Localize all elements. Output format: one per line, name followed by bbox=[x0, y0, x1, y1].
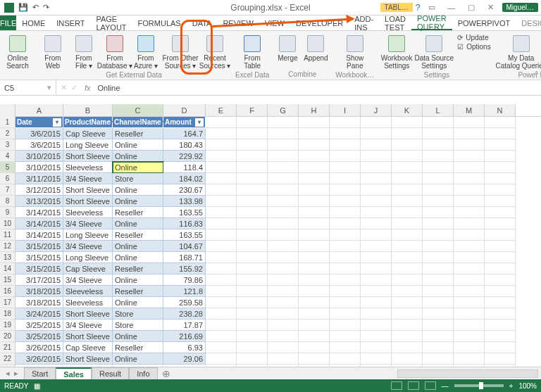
options-button[interactable]: ☑Options bbox=[457, 43, 490, 51]
empty-cell[interactable] bbox=[361, 173, 392, 184]
tab-insert[interactable]: INSERT bbox=[51, 15, 90, 30]
empty-cell[interactable] bbox=[299, 274, 330, 286]
table-cell[interactable]: Long Sleeve bbox=[63, 252, 113, 263]
column-header[interactable]: C bbox=[113, 104, 163, 116]
minimize-icon[interactable]: — bbox=[443, 4, 460, 12]
tab-powerpivot[interactable]: POWERPIVOT bbox=[452, 15, 516, 30]
tab-design[interactable]: DESIGN bbox=[516, 15, 541, 30]
empty-cell[interactable] bbox=[423, 320, 454, 331]
table-cell[interactable]: 3/4 Sleeve bbox=[63, 173, 113, 184]
table-cell[interactable]: 29.06 bbox=[163, 353, 206, 365]
empty-cell[interactable] bbox=[268, 263, 299, 274]
empty-cell[interactable] bbox=[392, 252, 423, 263]
table-header[interactable]: Date▾ bbox=[15, 117, 63, 128]
empty-cell[interactable] bbox=[392, 229, 423, 241]
row-header[interactable]: 4 bbox=[0, 151, 15, 162]
formula-input[interactable]: Online bbox=[94, 84, 125, 92]
row-header[interactable]: 17 bbox=[0, 297, 15, 308]
table-cell[interactable]: 3/17/2015 bbox=[15, 274, 63, 286]
my-data-catalog-button[interactable]: My DataCatalog Queries bbox=[499, 32, 541, 71]
empty-cell[interactable] bbox=[268, 241, 299, 252]
empty-cell[interactable] bbox=[237, 342, 268, 353]
empty-cell[interactable] bbox=[206, 308, 237, 320]
empty-cell[interactable] bbox=[330, 252, 361, 263]
empty-cell[interactable] bbox=[268, 274, 299, 286]
table-cell[interactable]: Reseller bbox=[113, 263, 163, 274]
empty-cell[interactable] bbox=[485, 252, 516, 263]
table-cell[interactable]: Sleeveless bbox=[63, 162, 113, 173]
empty-cell[interactable] bbox=[237, 218, 268, 229]
empty-cell[interactable] bbox=[206, 173, 237, 184]
from-table-button[interactable]: FromTable bbox=[237, 32, 267, 71]
empty-cell[interactable] bbox=[454, 241, 485, 252]
empty-cell[interactable] bbox=[299, 196, 330, 207]
row-header[interactable]: 14 bbox=[0, 263, 15, 274]
empty-cell[interactable] bbox=[423, 196, 454, 207]
table-cell[interactable]: Online bbox=[113, 139, 163, 151]
empty-cell[interactable] bbox=[299, 297, 330, 308]
column-header[interactable]: G bbox=[268, 104, 299, 116]
page-break-view-icon[interactable] bbox=[425, 381, 436, 390]
empty-cell[interactable] bbox=[237, 139, 268, 151]
empty-cell[interactable] bbox=[299, 331, 330, 342]
row-header[interactable]: 20 bbox=[0, 331, 15, 342]
table-cell[interactable]: 3/14/2015 bbox=[15, 207, 63, 218]
table-cell[interactable]: Sleeveless bbox=[63, 286, 113, 297]
recent-sources-button[interactable]: RecentSources ▾ bbox=[200, 32, 230, 71]
user-badge[interactable]: Miguel… bbox=[502, 3, 538, 12]
table-cell[interactable]: 17.87 bbox=[163, 320, 206, 331]
table-cell[interactable]: 6.93 bbox=[163, 342, 206, 353]
horizontal-scrollbar[interactable] bbox=[397, 369, 538, 378]
empty-cell[interactable] bbox=[299, 162, 330, 173]
empty-cell[interactable] bbox=[423, 139, 454, 151]
empty-cell[interactable] bbox=[268, 139, 299, 151]
table-cell[interactable]: 3/14/2015 bbox=[15, 229, 63, 241]
active-cell[interactable]: Online bbox=[113, 162, 163, 173]
empty-cell[interactable] bbox=[330, 331, 361, 342]
empty-cell[interactable] bbox=[237, 297, 268, 308]
table-cell[interactable]: 3/18/2015 bbox=[15, 286, 63, 297]
row-header[interactable]: 11 bbox=[0, 229, 15, 241]
empty-cell[interactable] bbox=[206, 342, 237, 353]
empty-cell[interactable] bbox=[330, 162, 361, 173]
empty-cell[interactable] bbox=[361, 184, 392, 196]
empty-cell[interactable] bbox=[299, 229, 330, 241]
empty-cell[interactable] bbox=[299, 139, 330, 151]
from-database-button[interactable]: FromDatabase ▾ bbox=[100, 32, 130, 71]
table-cell[interactable]: Short Sleeve bbox=[63, 184, 113, 196]
empty-cell[interactable] bbox=[299, 173, 330, 184]
empty-cell[interactable] bbox=[423, 151, 454, 162]
row-header[interactable]: 7 bbox=[0, 184, 15, 196]
column-header[interactable]: K bbox=[392, 104, 423, 116]
close-icon[interactable]: ✕ bbox=[483, 3, 499, 12]
column-header[interactable]: D bbox=[163, 104, 206, 116]
empty-cell[interactable] bbox=[330, 128, 361, 139]
empty-cell[interactable] bbox=[206, 207, 237, 218]
empty-cell[interactable] bbox=[423, 173, 454, 184]
empty-cell[interactable] bbox=[361, 331, 392, 342]
empty-cell[interactable] bbox=[454, 342, 485, 353]
empty-cell[interactable] bbox=[268, 173, 299, 184]
zoom-out-icon[interactable]: — bbox=[442, 382, 449, 390]
table-cell[interactable]: Reseller bbox=[113, 342, 163, 353]
table-cell[interactable]: 3/24/2015 bbox=[15, 308, 63, 320]
sheet-tab-result[interactable]: Result bbox=[92, 367, 129, 379]
empty-cell[interactable] bbox=[268, 207, 299, 218]
empty-cell[interactable] bbox=[268, 196, 299, 207]
row-header[interactable]: 12 bbox=[0, 241, 15, 252]
table-cell[interactable]: 229.92 bbox=[163, 151, 206, 162]
qat-redo-icon[interactable]: ↷ bbox=[43, 3, 49, 12]
row-header[interactable]: 9 bbox=[0, 207, 15, 218]
table-cell[interactable]: 104.67 bbox=[163, 241, 206, 252]
sheet-nav-prev-icon[interactable]: ◂ bbox=[6, 369, 10, 378]
empty-cell[interactable] bbox=[330, 241, 361, 252]
empty-cell[interactable] bbox=[206, 252, 237, 263]
table-cell[interactable]: 164.7 bbox=[163, 128, 206, 139]
table-cell[interactable]: 3/12/2015 bbox=[15, 184, 63, 196]
empty-cell[interactable] bbox=[392, 241, 423, 252]
empty-cell[interactable] bbox=[485, 297, 516, 308]
empty-cell[interactable] bbox=[299, 184, 330, 196]
ribbon-display-icon[interactable]: ▭ bbox=[423, 3, 440, 12]
empty-cell[interactable] bbox=[423, 331, 454, 342]
empty-cell[interactable] bbox=[206, 320, 237, 331]
